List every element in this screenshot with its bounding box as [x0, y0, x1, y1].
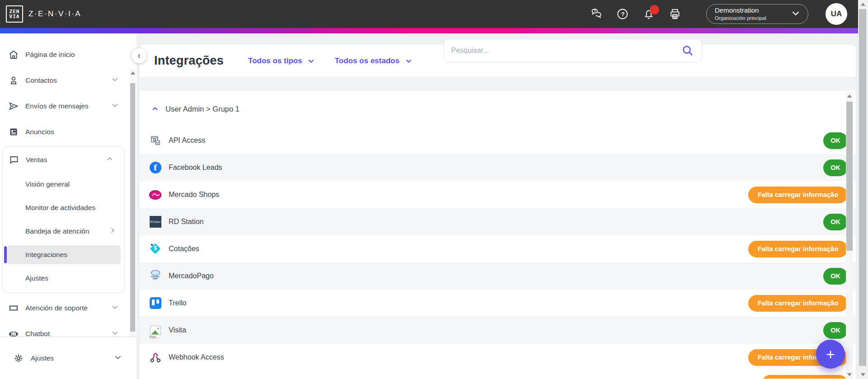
chevron-down-icon: [790, 7, 802, 21]
status-badge: OK: [823, 322, 848, 339]
list-scrollbar[interactable]: [846, 92, 853, 379]
sidebar-item-atencion-soporte[interactable]: Atención de soporte: [0, 295, 129, 321]
svg-text:?: ?: [621, 11, 625, 18]
notifications-bell-icon[interactable]: [642, 8, 655, 20]
chevron-down-icon: [110, 75, 119, 86]
sidebar-item-integraciones[interactable]: Integraciones: [3, 243, 124, 267]
notification-badge-dot: [650, 5, 659, 14]
sidebar-item-ajustes[interactable]: Ajustes: [0, 337, 137, 379]
mercado-shops-icon: [149, 189, 161, 201]
status-badge-partial: [762, 375, 848, 379]
price-tag-icon: $: [149, 243, 161, 255]
integration-row-partial[interactable]: [140, 371, 856, 379]
sidebar-item-home[interactable]: Página de inicio: [0, 42, 129, 67]
user-avatar[interactable]: UA: [826, 3, 847, 25]
sidebar-item-label: Visión general: [25, 180, 70, 188]
status-badge: OK: [823, 132, 848, 149]
integration-row-mercadopago[interactable]: mercado pago MercadoPago OK: [140, 262, 856, 290]
svg-text:?: ?: [594, 9, 596, 13]
chevron-down-icon: [404, 56, 413, 66]
window-scrollbar[interactable]: [858, 0, 868, 379]
scroll-up-arrow[interactable]: [847, 94, 852, 98]
brand-wordmark: Z·E·N·V·I·A: [28, 9, 81, 19]
filter-type-dropdown[interactable]: Todos os tipos: [248, 56, 316, 66]
sidebar-item-anuncios[interactable]: Anuncios: [0, 119, 129, 145]
trello-icon: [149, 297, 161, 309]
organization-name: Demonstration: [715, 6, 766, 15]
sidebar-collapse-button[interactable]: [132, 48, 146, 63]
ticket-icon: [8, 302, 19, 314]
status-badge: Falta carregar informação: [748, 295, 848, 312]
integration-row-webhook-access[interactable]: Webhook Access Falta carregar informação: [140, 344, 856, 371]
filter-state-dropdown[interactable]: Todos os estados: [335, 56, 413, 66]
sidebar-item-envios[interactable]: Envíos de mensajes: [0, 93, 129, 119]
organization-switcher[interactable]: Demonstration Organización principal: [706, 4, 808, 24]
integration-row-rd-station[interactable]: RD Station RD Station OK: [140, 208, 856, 235]
sidebar-item-ventas[interactable]: Ventas: [3, 147, 124, 173]
brand-gradient-bar: [0, 28, 868, 33]
zenvia-logo-icon[interactable]: ZEN VIA: [6, 5, 23, 23]
integration-name: Webhook Access: [169, 353, 224, 361]
page-header-strip: Integrações Todos os tipos Todos os esta…: [140, 45, 856, 77]
sidebar-scrollbar-thumb[interactable]: [130, 83, 135, 332]
chevron-down-icon: [110, 101, 119, 112]
search-icon[interactable]: [681, 44, 694, 57]
sidebar-item-vision-general[interactable]: Visión general: [3, 173, 124, 196]
integration-name: Cotações: [169, 245, 199, 253]
group-header-user-admin[interactable]: User Admin > Grupo 1: [140, 91, 856, 127]
integration-row-visita[interactable]: Visi... Visita OK: [140, 317, 856, 344]
scroll-up-arrow[interactable]: [131, 71, 135, 75]
integrations-list: User Admin > Grupo 1 API Access OK: [140, 91, 856, 379]
integration-name: MercadoPago: [169, 272, 214, 280]
sidebar-item-contactos[interactable]: Contactos: [0, 67, 129, 93]
integration-row-api-access[interactable]: API Access OK: [140, 127, 856, 154]
ventas-group-container: Ventas Visión general Monitor de activid…: [2, 146, 125, 293]
sidebar-item-label: Ajustes: [25, 274, 48, 282]
page-title: Integrações: [154, 54, 224, 68]
main-content-panel: Integrações Todos os tipos Todos os esta…: [140, 45, 856, 379]
scroll-up-arrow[interactable]: [861, 3, 865, 6]
integration-row-cotacoes[interactable]: $ Cotações Falta carregar informação: [140, 235, 856, 262]
scroll-down-arrow[interactable]: [847, 373, 852, 376]
integration-name: RD Station: [169, 218, 203, 226]
sidebar-item-label: Atención de soporte: [25, 304, 88, 312]
sidebar-item-label: Contactos: [25, 76, 57, 84]
sidebar-scrollbar[interactable]: [130, 70, 136, 369]
chevron-right-icon: [108, 226, 117, 237]
integration-row-mercado-shops[interactable]: Mercado Shops Falta carregar informação: [140, 181, 856, 208]
chevron-up-icon: [105, 154, 114, 165]
help-icon[interactable]: ?: [616, 8, 629, 20]
print-icon[interactable]: [669, 8, 681, 20]
send-icon: [8, 100, 19, 112]
integration-row-trello[interactable]: Trello Falta carregar informação: [140, 290, 856, 317]
top-header-bar: ZEN VIA Z·E·N·V·I·A ? ?: [0, 0, 868, 28]
active-item-indicator: [4, 246, 7, 263]
integration-name: API Access: [169, 136, 205, 145]
status-badge: Falta carregar informação: [748, 241, 848, 257]
search-box: [443, 39, 702, 62]
logo-line-2: VIA: [9, 14, 20, 19]
header-actions: ? ?: [590, 0, 681, 28]
news-icon: [8, 126, 19, 138]
scroll-down-arrow[interactable]: [861, 373, 865, 376]
window-scrollbar-thumb[interactable]: [859, 9, 866, 366]
rd-station-icon: RD Station: [149, 216, 161, 228]
sidebar-item-ajustes-ventas[interactable]: Ajustes: [3, 267, 124, 290]
integration-name: Facebook Leads: [169, 164, 222, 172]
gear-icon: [13, 352, 24, 364]
chevron-down-icon: [307, 56, 316, 66]
integration-row-facebook-leads[interactable]: f Facebook Leads OK: [140, 154, 856, 181]
status-badge: OK: [823, 268, 848, 285]
sidebar-item-monitor-actividades[interactable]: Monitor de actividades: [3, 196, 124, 220]
sidebar-item-label: Anuncios: [25, 128, 54, 136]
add-integration-button[interactable]: +: [816, 340, 845, 369]
chat-support-icon[interactable]: ?: [590, 8, 603, 20]
facebook-icon: f: [149, 162, 161, 174]
sidebar-item-label: Bandeja de atención: [25, 227, 89, 235]
search-input[interactable]: [451, 47, 681, 55]
status-badge: Falta carregar informação: [748, 187, 848, 203]
sidebar-item-bandeja-atencion[interactable]: Bandeja de atención: [3, 220, 124, 243]
sidebar-item-label: Envíos de mensajes: [25, 102, 89, 110]
group-header-label: User Admin > Grupo 1: [165, 105, 240, 113]
list-scrollbar-thumb[interactable]: [846, 102, 853, 251]
